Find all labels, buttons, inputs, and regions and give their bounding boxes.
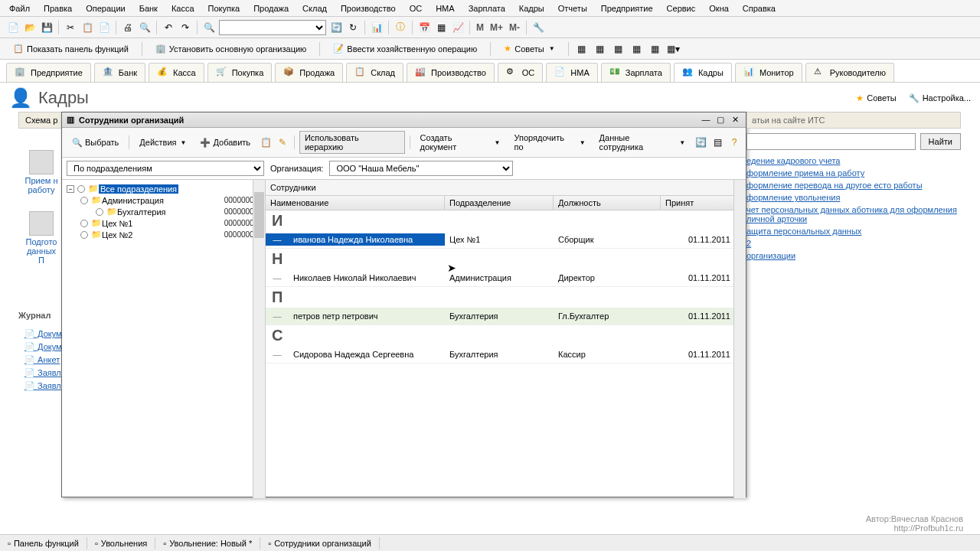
taskbar-button[interactable]: ▫Панель функций — [0, 537, 87, 549]
menu-Касса[interactable]: Касса — [172, 4, 194, 13]
tab-Руководителю[interactable]: ⚠Руководителю — [805, 63, 894, 82]
col-pos[interactable]: Должность — [554, 196, 661, 210]
help-icon[interactable]: ? — [727, 135, 741, 149]
its-link[interactable]: формление увольнения — [746, 191, 961, 204]
copy-row-icon[interactable]: 📋 — [259, 135, 273, 149]
menu-Правка[interactable]: Правка — [44, 4, 72, 13]
tab-Предприятие[interactable]: 🏢Предприятие — [6, 63, 91, 82]
table-row[interactable]: —иванова Надежда НиколаевнаЦех №1Сборщик… — [266, 231, 746, 249]
tree-item[interactable]: 📁 Бухгалтерия0000000... — [65, 206, 262, 217]
tab-Продажа[interactable]: 📦Продажа — [275, 63, 343, 82]
taskbar-button[interactable]: ▫Увольнения — [87, 537, 155, 549]
its-link[interactable]: формление приема на работу — [746, 167, 961, 179]
enter-op-button[interactable]: 📝Ввести хозяйственную операцию — [326, 41, 484, 56]
show-panel-button[interactable]: 📋Показать панель функций — [6, 41, 136, 56]
menu-Покупка[interactable]: Покупка — [208, 4, 240, 13]
window-titlebar[interactable]: ▥Сотрудники организаций — ▢ ✕ — [62, 112, 746, 128]
left-link[interactable]: 📄 Докум — [24, 328, 62, 341]
table-row[interactable]: —Николаев Николай НиколаевичАдминистраци… — [266, 269, 746, 287]
open-icon[interactable]: 📂 — [23, 21, 37, 34]
copy-icon[interactable]: 📋 — [80, 21, 94, 34]
menu-Производство[interactable]: Производство — [341, 4, 396, 13]
tools-icon[interactable]: 🔧 — [531, 21, 545, 34]
dept-filter-select[interactable]: По подразделениям — [67, 161, 264, 176]
table-row[interactable]: —Сидорова Надежда СергеевнаБухгалтерияКа… — [266, 346, 746, 364]
table-row[interactable]: —петров петр петровичБухгалтерияГл.Бухга… — [266, 308, 746, 325]
select-button[interactable]: 🔍Выбрать — [67, 135, 124, 150]
calc-icon[interactable]: 📊 — [370, 21, 384, 34]
tab-Монитор[interactable]: 📊Монитор — [735, 63, 802, 82]
tab-НМА[interactable]: 📄НМА — [546, 63, 597, 82]
calendar-icon[interactable]: 📅 — [417, 21, 431, 34]
taskbar-button[interactable]: ▫Сотрудники организаций — [260, 537, 380, 549]
menu-Сервис[interactable]: Сервис — [667, 4, 696, 13]
undo-icon[interactable]: ↶ — [162, 21, 175, 34]
tab-Производство[interactable]: 🏭Производство — [407, 63, 495, 82]
shortcut-prepare[interactable]: Подгото данных П — [23, 211, 60, 265]
menu-Операции[interactable]: Операции — [86, 4, 125, 13]
report-icon[interactable]: 📈 — [451, 21, 465, 34]
its-search-input[interactable] — [746, 133, 916, 150]
empdata-button[interactable]: Данные сотрудника▼ — [594, 131, 691, 154]
minimize-button[interactable]: — — [700, 115, 712, 124]
its-link[interactable]: 2 — [746, 237, 961, 249]
use-hierarchy-button[interactable]: Использовать иерархию — [299, 131, 405, 154]
its-link[interactable]: формление перевода на другое есто работы — [746, 179, 961, 191]
shortcut-hire[interactable]: Прием н работу — [23, 150, 60, 194]
grid-icon-4[interactable]: ▦ — [630, 42, 644, 56]
tab-Кадры[interactable]: 👥Кадры — [674, 63, 732, 82]
edit-icon[interactable]: ✎ — [276, 135, 289, 149]
m-button[interactable]: M — [475, 22, 485, 33]
grid-scrollbar[interactable] — [733, 180, 746, 498]
set-org-button[interactable]: 🏢Установить основную организацию — [149, 41, 314, 56]
left-link[interactable]: 📄 Анкет — [24, 354, 62, 367]
columns-icon[interactable]: ▤ — [710, 135, 724, 149]
create-doc-button[interactable]: Создать документ▼ — [415, 131, 506, 154]
tab-ОС[interactable]: ⚙ОС — [498, 63, 544, 82]
m-minus-button[interactable]: M- — [508, 22, 521, 33]
save-icon[interactable]: 💾 — [40, 21, 54, 34]
grid-icon-6[interactable]: ▦▾ — [667, 42, 681, 56]
menu-Предприятие[interactable]: Предприятие — [601, 4, 653, 13]
menu-ОС[interactable]: ОС — [410, 4, 423, 13]
org-select[interactable]: ООО "Наша Мебель" — [329, 161, 513, 176]
its-link[interactable]: едение кадрового учета — [746, 155, 961, 167]
its-find-button[interactable]: Найти — [920, 133, 961, 150]
scheme-tab[interactable]: Схема р — [18, 112, 64, 129]
actions-button[interactable]: Действия▼ — [134, 135, 191, 149]
tab-Банк[interactable]: 🏦Банк — [94, 63, 145, 82]
tree-scrollbar[interactable] — [253, 180, 265, 498]
left-link[interactable]: 📄 Заявл — [24, 380, 62, 393]
find-prev-icon[interactable]: ↻ — [346, 21, 360, 34]
tab-Покупка[interactable]: 🛒Покупка — [207, 63, 273, 82]
its-link[interactable]: чет персональных данных аботника для офо… — [746, 204, 961, 225]
close-button[interactable]: ✕ — [729, 115, 741, 125]
menu-Справка[interactable]: Справка — [743, 4, 776, 13]
tree-item[interactable]: 📁 Администрация0000000... — [65, 194, 262, 206]
m-plus-button[interactable]: M+ — [488, 22, 505, 33]
sort-button[interactable]: Упорядочить по▼ — [509, 131, 591, 154]
search-icon[interactable]: 🔍 — [202, 21, 216, 34]
taskbar-button[interactable]: ▫Увольнение: Новый * — [155, 537, 260, 549]
menu-Файл[interactable]: Файл — [9, 4, 30, 13]
search-combo[interactable] — [219, 20, 326, 35]
header-tips-button[interactable]: ★Советы — [856, 93, 896, 103]
grid-icon-5[interactable]: ▦ — [648, 42, 662, 56]
menu-Окна[interactable]: Окна — [709, 4, 729, 13]
tree-item[interactable]: 📁 Цех №20000000... — [65, 229, 262, 240]
grid-icon-3[interactable]: ▦ — [612, 42, 626, 56]
find-next-icon[interactable]: 🔄 — [329, 21, 343, 34]
tree-root[interactable]: −📁 Все подразделения — [65, 183, 262, 194]
info-icon[interactable]: ⓘ — [394, 21, 407, 34]
redo-icon[interactable]: ↷ — [178, 21, 192, 34]
col-dept[interactable]: Подразделение — [445, 196, 554, 210]
grid-icon-1[interactable]: ▦ — [575, 42, 589, 56]
menu-Отчеты[interactable]: Отчеты — [558, 4, 587, 13]
its-link[interactable]: организации — [746, 249, 961, 262]
paste-icon[interactable]: 📄 — [97, 21, 111, 34]
tab-Склад[interactable]: 📋Склад — [346, 63, 403, 82]
menu-Продажа[interactable]: Продажа — [253, 4, 289, 13]
tips-button[interactable]: ★Советы▼ — [497, 41, 561, 56]
grid-icon-2[interactable]: ▦ — [593, 42, 607, 56]
print-icon[interactable]: 🖨 — [121, 21, 135, 34]
